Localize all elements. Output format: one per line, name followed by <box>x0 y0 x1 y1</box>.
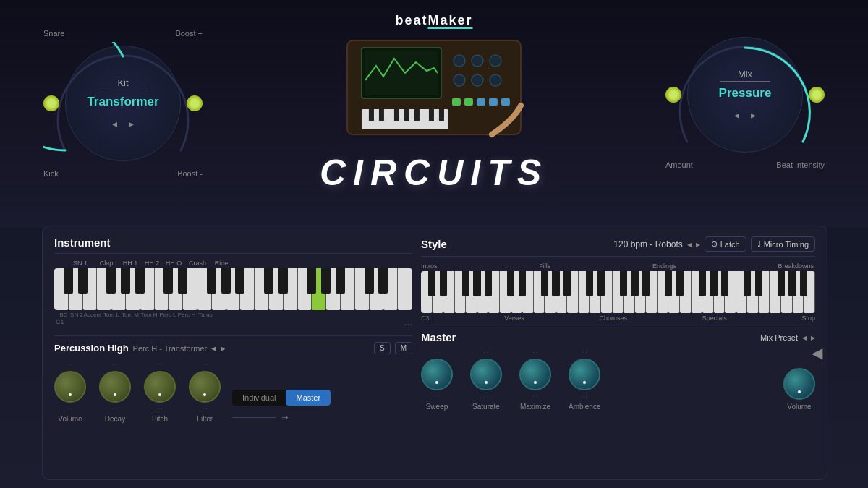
micro-timing-button[interactable]: ♩ Micro Timing <box>751 236 815 252</box>
svg-rect-2 <box>365 51 438 95</box>
svg-rect-20 <box>429 109 434 121</box>
master-volume-label: Volume <box>787 403 811 411</box>
maximize-knob[interactable] <box>519 359 551 390</box>
style-note-c3: C3 <box>421 314 430 322</box>
knob-item-filter: · · · · Filter <box>189 361 221 423</box>
right-column: Style 120 bpm - Robots ◂ ▸ ⊙ Latch ♩ Mic… <box>421 236 815 469</box>
latch-icon: ⊙ <box>711 239 718 249</box>
individual-master-group: Individual Master <box>232 390 331 406</box>
instrument-title: Instrument <box>54 236 111 249</box>
style-stop: Stop <box>801 314 815 322</box>
circuits-title: CIRCUITS <box>320 152 548 194</box>
decay-knob-label: Decay <box>105 415 125 423</box>
style-category-labels: Intros Fills Endings Breakdowns <box>421 262 815 270</box>
mix-amount-knob[interactable] <box>665 87 681 103</box>
volume-knob[interactable] <box>54 371 86 403</box>
style-keyboard-top[interactable] <box>421 271 815 313</box>
svg-point-7 <box>472 74 483 86</box>
saturate-knob[interactable] <box>470 359 502 390</box>
style-next-button[interactable]: ▸ <box>696 239 700 249</box>
kit-right-knob[interactable] <box>187 95 203 111</box>
kit-boost-minus-label: Boost - <box>177 169 203 178</box>
filter-knob-label: Filter <box>197 415 213 423</box>
percussion-m-button[interactable]: M <box>395 342 412 354</box>
percussion-title: Percussion High <box>54 343 129 354</box>
mix-preset-label: Mix Preset <box>760 333 798 342</box>
mix-panel: Mix Pressure ◂ ▸ Amount Beat Intensity <box>665 29 825 169</box>
percussion-next-button[interactable]: ▸ <box>221 343 226 354</box>
kit-left-knob[interactable] <box>43 95 59 111</box>
individual-button[interactable]: Individual <box>232 390 286 406</box>
master-button[interactable]: Master <box>286 390 331 406</box>
instrument-keyboard[interactable] <box>54 268 412 310</box>
mix-intensity-knob[interactable] <box>809 87 825 103</box>
style-choruses: Choruses <box>599 314 627 322</box>
bottom-panel: Instrument SN 1 Clap HH 1 HH 2 HH O Cras… <box>42 226 827 480</box>
knob-item-saturate: · · · · Saturate <box>470 349 502 411</box>
kit-boost-plus-label: Boost + <box>175 29 203 38</box>
percussion-prev-button[interactable]: ◂ <box>211 343 216 354</box>
master-prev-button[interactable]: ◂ <box>802 333 807 343</box>
knob-item-master-volume: Volume <box>783 368 815 411</box>
svg-rect-18 <box>404 109 409 121</box>
svg-rect-9 <box>452 98 461 106</box>
percussion-s-button[interactable]: S <box>374 342 391 354</box>
knob-item-ambience: · · · · Ambience <box>569 349 600 411</box>
kit-kick-label: Kick <box>43 169 59 178</box>
bpm-display: 120 bpm - Robots <box>613 239 682 249</box>
instrument-overflow-dots: ··· <box>404 318 412 330</box>
sweep-knob[interactable] <box>421 359 453 390</box>
svg-rect-17 <box>394 109 399 121</box>
master-header: Master Mix Preset ◂ ▸ <box>421 325 815 343</box>
style-prev-button[interactable]: ◂ <box>687 239 692 249</box>
ambience-knob[interactable] <box>569 359 600 390</box>
sweep-knob-label: Sweep <box>426 403 448 411</box>
style-verses: Verses <box>504 314 524 322</box>
master-knobs: · · · · Sweep · · · · Saturate <box>421 349 815 411</box>
kit-dial-svg <box>43 42 203 165</box>
master-title: Master <box>421 331 456 343</box>
timing-icon: ♩ <box>757 239 761 249</box>
style-title: Style <box>421 238 447 250</box>
svg-rect-19 <box>414 109 420 121</box>
svg-point-5 <box>490 55 501 67</box>
master-next-button[interactable]: ▸ <box>811 333 815 343</box>
decay-knob[interactable] <box>99 371 131 403</box>
kit-panel: Snare Boost + Kit Transformer <box>43 29 203 178</box>
instrument-below-labels: BD SN 2 Accent Tom L Tom M Tom H Perc L … <box>54 312 412 318</box>
kit-snare-label: Snare <box>43 29 64 38</box>
collapse-button[interactable]: ◀ <box>812 344 822 361</box>
instrument-above-labels: SN 1 Clap HH 1 HH 2 HH O Crash Ride <box>54 260 412 267</box>
svg-rect-11 <box>477 98 485 106</box>
knob-item-decay: · · · · Decay <box>99 361 131 423</box>
maximize-knob-label: Maximize <box>520 403 550 411</box>
synth-illustration <box>326 26 542 149</box>
flow-arrow: → <box>280 411 290 423</box>
instrument-column: Instrument SN 1 Clap HH 1 HH 2 HH O Cras… <box>54 236 412 469</box>
master-volume-knob[interactable] <box>783 368 815 400</box>
knob-item-volume: · · · · Volume <box>54 361 86 423</box>
mix-dial-svg <box>665 33 825 156</box>
saturate-knob-label: Saturate <box>472 403 500 411</box>
knob-item-sweep: · · · · Sweep <box>421 349 453 411</box>
knob-item-maximize: · · · · Maximize <box>519 349 551 411</box>
filter-knob[interactable] <box>189 371 221 403</box>
svg-rect-21 <box>439 109 444 121</box>
percussion-knobs: · · · · Volume · · <box>54 361 221 423</box>
style-specials: Specials <box>702 314 727 322</box>
svg-point-3 <box>454 55 465 67</box>
pitch-knob[interactable] <box>144 371 176 403</box>
knob-item-pitch: · · · · Pitch <box>144 361 176 423</box>
mix-amount-label: Amount <box>665 160 693 169</box>
volume-knob-label: Volume <box>58 415 82 423</box>
svg-rect-16 <box>379 109 384 121</box>
svg-rect-12 <box>489 98 498 106</box>
ambience-knob-label: Ambience <box>569 403 600 411</box>
pitch-knob-label: Pitch <box>152 415 168 423</box>
latch-button[interactable]: ⊙ Latch <box>705 236 746 252</box>
svg-rect-10 <box>464 98 473 106</box>
svg-rect-13 <box>501 98 510 106</box>
center-visual: CIRCUITS <box>320 26 548 194</box>
svg-point-8 <box>490 74 501 86</box>
instrument-start-note: C1 <box>54 318 64 330</box>
